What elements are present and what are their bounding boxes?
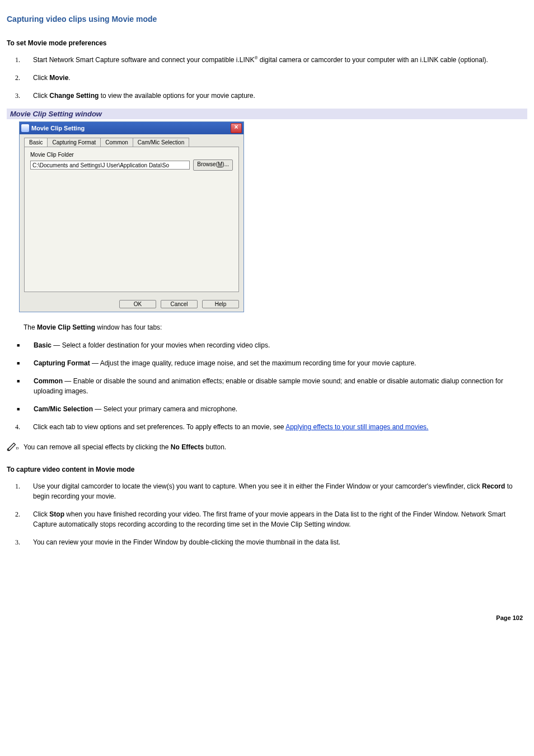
bullet-icon: ■	[7, 340, 34, 350]
tab-pane-basic: Movie Clip Folder Browse(M)...	[24, 147, 239, 292]
step-number: 3.	[7, 537, 33, 547]
app-icon	[21, 124, 29, 132]
step-number: 3.	[7, 91, 33, 101]
movie-clip-setting-dialog: Movie Clip Setting × Basic Capturing For…	[19, 121, 244, 312]
bullet-icon: ■	[7, 376, 34, 396]
step-text: You can review your movie in the Finder …	[33, 537, 527, 547]
step-item: 1. Use your digital camcorder to locate …	[7, 481, 527, 501]
step-number: 4.	[7, 422, 33, 432]
step-number: 2.	[7, 509, 33, 529]
folder-label: Movie Clip Folder	[30, 152, 233, 158]
tab-cam-mic-selection[interactable]: Cam/Mic Selection	[133, 138, 189, 147]
bullet-icon: ■	[7, 358, 34, 368]
dialog-body: Basic Capturing Format Common Cam/Mic Se…	[20, 134, 243, 297]
step-text: Click each tab to view options and set p…	[33, 422, 527, 432]
ok-button[interactable]: OK	[119, 300, 156, 308]
close-button[interactable]: ×	[231, 123, 242, 133]
step-item: 3. Click Change Setting to view the avai…	[7, 91, 527, 101]
step-item: 2. Click Stop when you have finished rec…	[7, 509, 527, 529]
list-item: ■ Capturing Format — Adjust the image qu…	[7, 358, 527, 368]
step-text: Click Change Setting to view the availab…	[33, 91, 527, 101]
dialog-title-bar: Movie Clip Setting ×	[20, 122, 243, 134]
bullet-icon: ■	[7, 404, 34, 414]
dialog-title: Movie Clip Setting	[31, 125, 85, 132]
tabs-intro: The Movie Clip Setting window has four t…	[24, 322, 527, 332]
step-text: Click Movie.	[33, 73, 527, 83]
step-number: 1.	[7, 55, 33, 65]
applying-effects-link[interactable]: Applying effects to your still images an…	[285, 423, 428, 431]
step-item: 4. Click each tab to view options and se…	[7, 422, 527, 432]
step-number: 1.	[7, 481, 33, 501]
svg-text:D: D	[16, 446, 18, 450]
tab-capturing-format[interactable]: Capturing Format	[47, 138, 101, 147]
list-item: ■ Basic — Select a folder destination fo…	[7, 340, 527, 350]
page-number: Page 102	[7, 614, 527, 621]
tabs-description-list: ■ Basic — Select a folder destination fo…	[7, 340, 527, 414]
note: D You can remove all special effects by …	[7, 442, 527, 452]
step-text: Use your digital camcorder to locate the…	[33, 481, 527, 501]
page-title: Capturing video clips using Movie mode	[7, 15, 527, 24]
tab-basic[interactable]: Basic	[24, 138, 48, 147]
cancel-button[interactable]: Cancel	[161, 300, 198, 308]
steps-list-1b: 4. Click each tab to view options and se…	[7, 422, 527, 432]
list-item: ■ Common — Enable or disable the sound a…	[7, 376, 527, 396]
step-item: 3. You can review your movie in the Find…	[7, 537, 527, 547]
step-text: Click Stop when you have finished record…	[33, 509, 527, 529]
step-number: 2.	[7, 73, 33, 83]
tab-strip: Basic Capturing Format Common Cam/Mic Se…	[24, 138, 239, 147]
steps-list-2: 1. Use your digital camcorder to locate …	[7, 481, 527, 547]
help-button[interactable]: Help	[202, 300, 239, 308]
section-heading-capture-video: To capture video content in Movie mode	[7, 466, 527, 473]
pencil-note-icon: D	[7, 442, 19, 451]
browse-button[interactable]: Browse(M)...	[193, 159, 233, 171]
step-text: Start Network Smart Capture software and…	[33, 55, 527, 65]
section-heading-set-preferences: To set Movie mode preferences	[7, 39, 527, 47]
steps-list-1: 1. Start Network Smart Capture software …	[7, 55, 527, 101]
dialog-footer: OK Cancel Help	[20, 297, 243, 312]
step-item: 1. Start Network Smart Capture software …	[7, 55, 527, 65]
folder-path-input[interactable]	[30, 161, 190, 170]
list-item: ■ Cam/Mic Selection — Select your primar…	[7, 404, 527, 414]
figure-caption: Movie Clip Setting window	[7, 109, 527, 119]
tab-common[interactable]: Common	[100, 138, 133, 147]
step-item: 2. Click Movie.	[7, 73, 527, 83]
